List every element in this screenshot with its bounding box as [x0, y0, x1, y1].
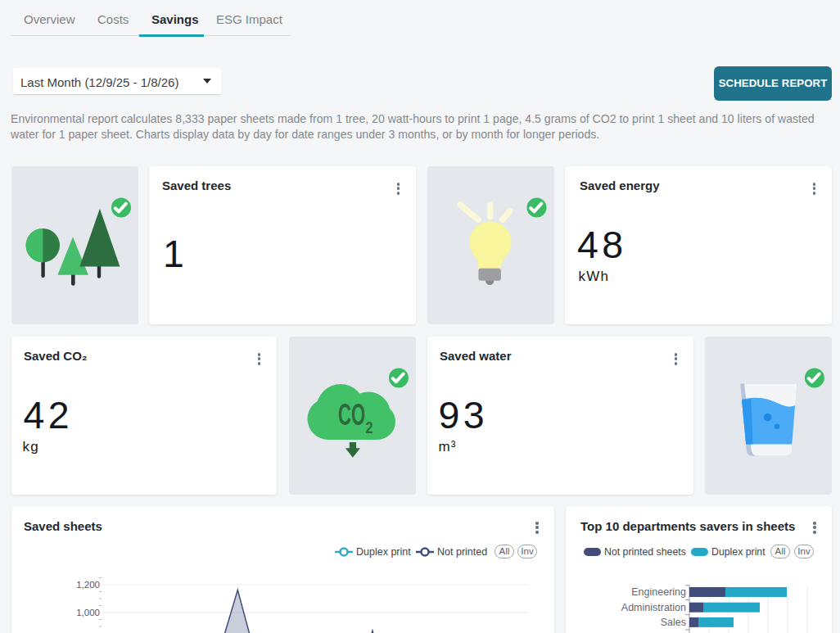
- svg-text:Administration: Administration: [621, 602, 686, 613]
- svg-text:1,200: 1,200: [76, 580, 100, 590]
- svg-text:Sales: Sales: [661, 617, 686, 628]
- svg-text:2: 2: [366, 418, 373, 436]
- svg-text:Engineering: Engineering: [631, 586, 686, 598]
- svg-text:1,000: 1,000: [76, 608, 100, 617]
- svg-text:CO: CO: [338, 398, 365, 432]
